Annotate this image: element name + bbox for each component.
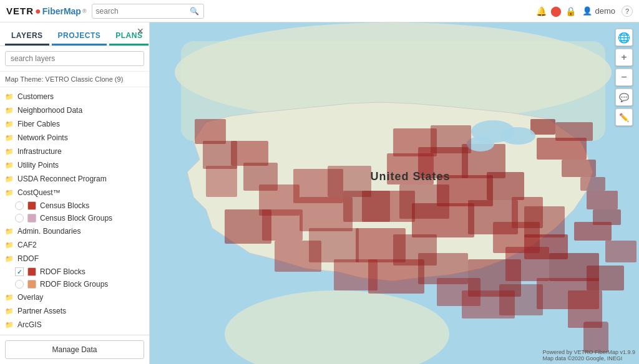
edit-button[interactable]: ✏️	[615, 108, 633, 126]
layer-item-fiber-cables[interactable]: 📁 Fiber Cables	[0, 117, 149, 131]
folder-icon: 📁	[5, 93, 14, 101]
svg-rect-16	[605, 241, 637, 262]
svg-rect-15	[587, 266, 624, 290]
layers-search-container	[0, 46, 149, 72]
layer-label: RDOF Blocks	[40, 267, 85, 276]
folder-icon: 📁	[5, 107, 14, 115]
layer-item-neighborhood[interactable]: 📁 Neighborhood Data	[0, 103, 149, 117]
map-svg	[150, 22, 639, 364]
logo-fibermap: FiberMap	[42, 6, 81, 16]
svg-rect-4	[530, 119, 555, 135]
folder-icon: 📁	[5, 134, 14, 142]
layer-label: CAF2	[17, 241, 37, 249]
layer-item-admin-boundaries[interactable]: 📁 Admin. Boundaries	[0, 224, 149, 238]
layers-search-input[interactable]	[5, 51, 144, 66]
folder-icon: 📁	[5, 175, 14, 183]
folder-icon: 📁	[5, 228, 14, 236]
census-block-groups-color	[27, 214, 36, 223]
layer-item-network-points[interactable]: 📁 Network Points	[0, 131, 149, 145]
globe-button[interactable]: 🌐	[615, 29, 633, 46]
svg-rect-43	[203, 141, 237, 169]
sidebar-close-button[interactable]: ✕	[137, 26, 144, 36]
rdof-blocks-color	[27, 267, 36, 276]
svg-rect-32	[399, 184, 449, 219]
svg-rect-50	[387, 153, 434, 184]
user-info: 👤 demo	[582, 6, 615, 16]
census-block-groups-toggle[interactable]	[15, 214, 24, 223]
layer-label: Customers	[17, 92, 54, 101]
header-icon-group: 🔔 ⬤ 🔒	[536, 5, 576, 17]
map-area[interactable]: United States 🌐 + − 💬 ✏️ Powered by VETR…	[150, 22, 639, 364]
layer-item-caf2[interactable]: 📁 CAF2	[0, 238, 149, 252]
lock-icon[interactable]: 🔒	[565, 6, 576, 16]
layer-item-customers[interactable]: 📁 Customers	[0, 90, 149, 103]
layer-item-infrastructure[interactable]: 📁 Infrastructure	[0, 145, 149, 158]
layer-label: Partner Assets	[17, 307, 66, 315]
layer-label: Utility Points	[17, 161, 59, 170]
svg-rect-11	[574, 222, 612, 241]
svg-rect-55	[524, 206, 565, 237]
layer-item-overlay[interactable]: 📁 Overlay	[0, 290, 149, 304]
folder-icon: 📁	[5, 189, 14, 197]
comment-button[interactable]: 💬	[615, 89, 633, 106]
map-watermark: Powered by VETRO FiberMap v1.9.9 Map dat…	[542, 349, 635, 362]
layer-label: ArcGIS	[17, 320, 42, 329]
svg-rect-57	[583, 322, 608, 353]
svg-rect-59	[499, 284, 543, 315]
rdof-block-groups-toggle[interactable]	[15, 280, 24, 289]
folder-icon: 📁	[5, 307, 14, 315]
layer-item-utility-points[interactable]: 📁 Utility Points	[0, 158, 149, 172]
logo-registered: ®	[82, 8, 87, 14]
svg-rect-41	[343, 191, 390, 222]
folder-icon: 📁	[5, 120, 14, 128]
zoom-in-button[interactable]: +	[615, 49, 633, 66]
tab-layers[interactable]: LAYERS	[5, 27, 49, 46]
layer-label: CostQuest™	[17, 188, 61, 197]
layer-label: Census Blocks	[40, 201, 89, 210]
toggle-icon[interactable]: ⬤	[550, 5, 562, 17]
layer-label: Overlay	[17, 293, 43, 302]
layer-item-arcgis[interactable]: 📁 ArcGIS	[0, 318, 149, 332]
svg-rect-42	[195, 119, 226, 144]
folder-icon: 📁	[5, 148, 14, 156]
tab-projects[interactable]: PROJECTS	[52, 27, 107, 46]
svg-rect-49	[431, 125, 471, 153]
layer-item-partner-assets[interactable]: 📁 Partner Assets	[0, 304, 149, 318]
folder-icon: 📁	[5, 241, 14, 249]
username-label: demo	[595, 6, 615, 16]
bell-icon[interactable]: 🔔	[536, 6, 547, 16]
layer-item-rdof[interactable]: 📁 RDOF	[0, 252, 149, 266]
layers-list: 📁 Customers 📁 Neighborhood Data 📁 Fiber …	[0, 87, 149, 335]
header-search-box[interactable]: 🔍	[92, 4, 204, 19]
help-icon[interactable]: ?	[622, 6, 633, 17]
layer-item-rdof-blocks[interactable]: ✓ RDOF Blocks	[0, 266, 149, 278]
layer-label: Fiber Cables	[17, 120, 60, 128]
layer-label: RDOF Block Groups	[40, 280, 108, 289]
sidebar-footer: Manage Data	[0, 335, 149, 364]
zoom-out-button[interactable]: −	[615, 69, 633, 86]
folder-icon: 📁	[5, 161, 14, 170]
main-content: ✕ LAYERS PROJECTS PLANS Map Theme: VETRO…	[0, 22, 639, 364]
map-theme-label: Map Theme: VETRO Classic Clone (9)	[0, 72, 149, 87]
census-blocks-toggle[interactable]	[15, 201, 24, 210]
svg-rect-20	[487, 172, 524, 200]
svg-rect-37	[262, 209, 303, 241]
logo-dot: ●	[35, 6, 41, 17]
layer-label: Infrastructure	[17, 147, 62, 156]
manage-data-button[interactable]: Manage Data	[5, 340, 144, 359]
layer-label: Admin. Boundaries	[17, 227, 80, 236]
layer-item-usda[interactable]: 📁 USDA Reconnect Program	[0, 172, 149, 186]
svg-point-46	[500, 127, 535, 145]
layer-item-census-blocks[interactable]: Census Blocks	[0, 199, 149, 212]
layer-item-rdof-block-groups[interactable]: RDOF Block Groups	[0, 278, 149, 290]
header-search-button[interactable]: 🔍	[190, 7, 199, 16]
layer-item-costquest[interactable]: 📁 CostQuest™	[0, 186, 149, 199]
layer-label: USDA Reconnect Program	[17, 175, 107, 183]
rdof-blocks-toggle[interactable]: ✓	[15, 267, 24, 276]
header-search-input[interactable]	[96, 7, 190, 16]
logo-vetro: VETR	[6, 6, 34, 16]
app-logo: VETR●FiberMap®	[6, 6, 87, 17]
sidebar-tabs: LAYERS PROJECTS PLANS	[0, 22, 149, 46]
user-icon: 👤	[582, 6, 592, 16]
layer-item-census-block-groups[interactable]: Census Block Groups	[0, 212, 149, 224]
